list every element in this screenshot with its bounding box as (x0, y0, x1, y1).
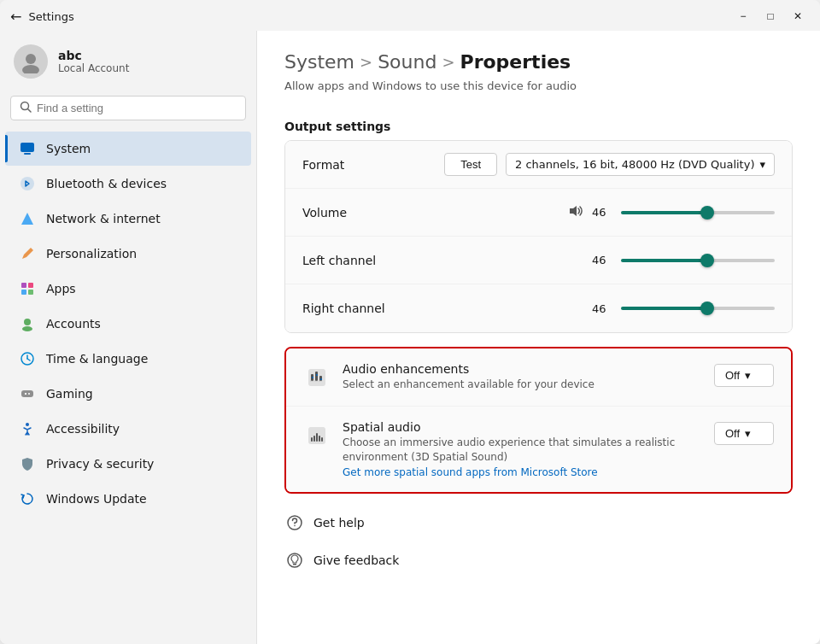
audio-enhancements-icon (303, 364, 331, 391)
sidebar-item-system-label: System (46, 142, 91, 155)
svg-line-16 (27, 359, 30, 360)
spatial-audio-link[interactable]: Get more spatial sound apps from Microso… (343, 466, 700, 478)
format-label: Format (302, 158, 405, 172)
svg-rect-27 (312, 377, 313, 378)
format-row: Format Test 2 channels, 16 bit, 48000 Hz… (285, 141, 792, 189)
svg-point-1 (22, 65, 39, 73)
settings-window: ← Settings − □ ✕ abc Local Account (0, 0, 820, 644)
breadcrumb-sep1: > (360, 53, 372, 71)
svg-rect-31 (311, 437, 313, 442)
sidebar-item-privacy[interactable]: Privacy & security (5, 447, 251, 481)
sidebar-item-apps[interactable]: Apps (5, 272, 251, 306)
apps-icon (19, 280, 36, 297)
app-title: Settings (28, 10, 73, 23)
time-icon (19, 350, 36, 367)
svg-rect-34 (319, 436, 320, 442)
volume-controls: 46 (405, 203, 775, 222)
volume-slider[interactable] (621, 204, 775, 221)
sidebar-item-update[interactable]: Windows Update (5, 482, 251, 516)
personalization-icon (19, 245, 36, 262)
sidebar-item-accounts-label: Accounts (46, 317, 101, 331)
svg-rect-5 (24, 153, 31, 155)
sidebar-item-bluetooth-label: Bluetooth & devices (46, 177, 167, 190)
left-channel-row: Left channel 46 (285, 237, 792, 284)
svg-line-3 (28, 109, 32, 113)
sidebar-item-time[interactable]: Time & language (5, 342, 251, 376)
svg-rect-11 (28, 290, 33, 295)
spatial-audio-row: Spatial audio Choose an immersive audio … (286, 407, 791, 493)
sidebar-item-personalization-label: Personalization (46, 247, 137, 261)
audio-enhancements-chevron: ▾ (745, 369, 751, 382)
right-channel-slider[interactable] (621, 300, 775, 317)
svg-rect-10 (21, 290, 26, 295)
sidebar-item-bluetooth[interactable]: Bluetooth & devices (5, 167, 251, 201)
audio-enhancements-dropdown[interactable]: Off ▾ (714, 364, 774, 387)
right-channel-row: Right channel 46 (285, 284, 792, 332)
svg-point-13 (22, 326, 32, 331)
accounts-icon (19, 315, 36, 332)
test-button[interactable]: Test (444, 153, 497, 176)
get-help-link[interactable]: Get help (284, 507, 793, 538)
volume-icon (568, 203, 583, 222)
left-channel-label: Left channel (302, 254, 405, 267)
spatial-audio-dropdown[interactable]: Off ▾ (714, 422, 774, 445)
give-feedback-label: Give feedback (313, 553, 399, 567)
format-dropdown-label: 2 channels, 16 bit, 48000 Hz (DVD Qualit… (515, 158, 754, 171)
volume-label: Volume (302, 206, 405, 220)
give-feedback-link[interactable]: Give feedback (284, 545, 793, 576)
back-icon[interactable]: ← (10, 9, 21, 25)
breadcrumb-system[interactable]: System (284, 51, 354, 73)
volume-row: Volume 46 (285, 189, 792, 237)
search-box[interactable] (10, 96, 246, 120)
svg-marker-7 (21, 213, 33, 225)
sidebar-item-gaming[interactable]: Gaming (5, 377, 251, 411)
sidebar-item-system[interactable]: System (5, 132, 251, 166)
svg-rect-35 (321, 437, 323, 442)
svg-rect-26 (319, 376, 322, 381)
right-channel-controls: 46 (405, 300, 775, 317)
spatial-audio-control: Off ▾ (714, 422, 774, 445)
search-input[interactable] (37, 102, 237, 114)
close-button[interactable]: ✕ (786, 4, 810, 28)
format-controls: Test 2 channels, 16 bit, 48000 Hz (DVD Q… (405, 153, 775, 176)
sidebar-item-time-label: Time & language (46, 352, 148, 366)
audio-enhancements-title: Audio enhancements (343, 362, 700, 376)
user-section[interactable]: abc Local Account (0, 31, 256, 92)
svg-rect-32 (313, 436, 315, 442)
sidebar-item-network[interactable]: Network & internet (5, 202, 251, 236)
breadcrumb-sound[interactable]: Sound (378, 51, 436, 73)
window-controls: − □ ✕ (731, 4, 810, 28)
title-bar: ← Settings − □ ✕ (0, 0, 820, 31)
spatial-audio-chevron: ▾ (745, 427, 751, 440)
sidebar-nav: System Bluetooth & devices (0, 131, 256, 517)
sidebar-item-privacy-label: Privacy & security (46, 457, 154, 471)
sidebar-item-accessibility[interactable]: Accessibility (5, 412, 251, 446)
sidebar-item-personalization[interactable]: Personalization (5, 237, 251, 271)
sidebar-item-apps-label: Apps (46, 282, 76, 296)
main-content: abc Local Account (0, 31, 820, 644)
sidebar: abc Local Account (0, 31, 256, 644)
minimize-button[interactable]: − (731, 4, 755, 28)
svg-rect-8 (21, 283, 26, 288)
sidebar-item-accounts[interactable]: Accounts (5, 307, 251, 341)
breadcrumb-current: Properties (460, 51, 571, 73)
user-info: abc Local Account (58, 49, 129, 74)
maximize-button[interactable]: □ (758, 4, 782, 28)
spatial-audio-desc: Choose an immersive audio experience tha… (343, 436, 700, 465)
accessibility-icon (19, 420, 36, 437)
sidebar-item-gaming-label: Gaming (46, 387, 93, 401)
format-dropdown[interactable]: 2 channels, 16 bit, 48000 Hz (DVD Qualit… (506, 153, 775, 176)
main-panel: System > Sound > Properties Allow apps a… (256, 31, 820, 644)
left-channel-slider[interactable] (621, 252, 775, 269)
volume-thumb (700, 206, 714, 220)
user-account-type: Local Account (58, 62, 129, 74)
avatar (14, 44, 48, 79)
svg-point-20 (28, 393, 30, 395)
get-help-icon (284, 512, 305, 533)
spatial-audio-title: Spatial audio (343, 420, 700, 434)
network-icon (19, 210, 36, 227)
audio-enhancements-desc: Select an enhancement available for your… (343, 378, 700, 392)
bluetooth-icon (19, 175, 36, 192)
svg-rect-28 (316, 374, 318, 376)
title-bar-left: ← Settings (10, 9, 74, 25)
